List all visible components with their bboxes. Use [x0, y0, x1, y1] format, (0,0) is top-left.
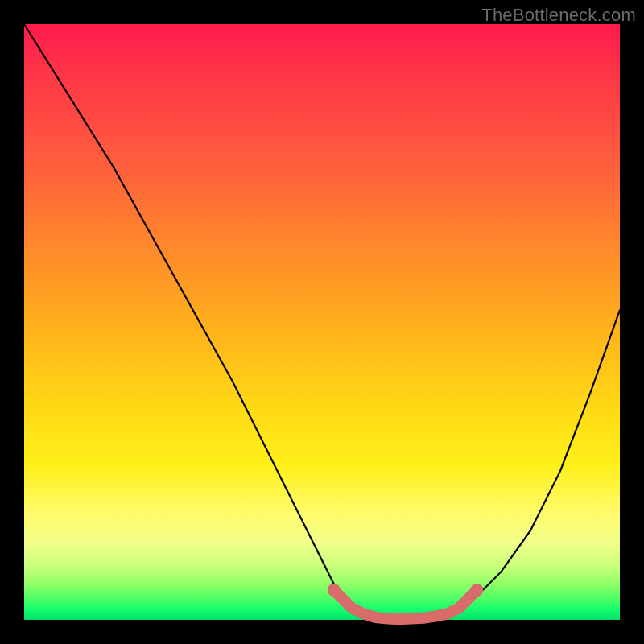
attribution-label: TheBottleneck.com [481, 5, 636, 26]
bottleneck-curve-path [24, 24, 620, 620]
curve-layer [24, 24, 620, 620]
optimal-range-endpoint [328, 584, 341, 597]
chart-frame: TheBottleneck.com [0, 0, 644, 644]
optimal-range-band [334, 590, 477, 619]
optimal-range-marker [328, 584, 484, 619]
optimal-range-endpoint [470, 584, 483, 597]
plot-area [24, 24, 620, 620]
